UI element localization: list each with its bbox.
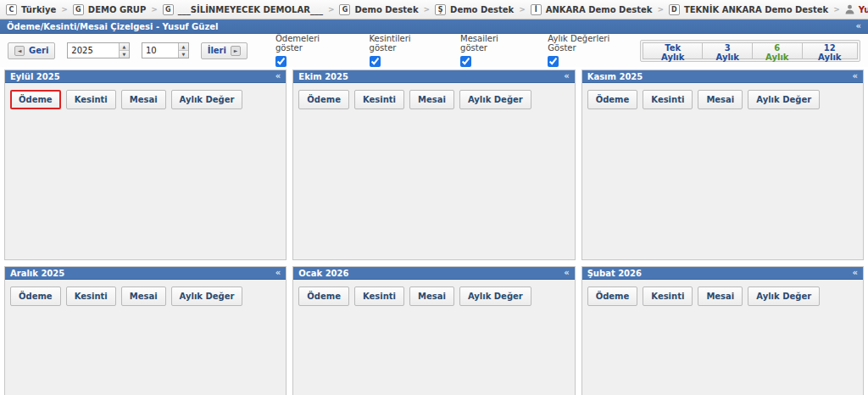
group-badge: G xyxy=(73,4,84,15)
checkbox-group-kesintileri-goster[interactable]: Kesintileri göster xyxy=(370,34,441,67)
month-panel-body: Ödeme Kesinti Mesai Aylık Değer xyxy=(582,280,863,313)
month-panel-header: Eylül 2025 « xyxy=(5,70,286,83)
collapse-icon[interactable]: « xyxy=(564,72,569,81)
department-badge: D xyxy=(669,4,680,15)
mesai-button[interactable]: Mesai xyxy=(409,287,454,306)
month-panel-ocak-2026: Ocak 2026 « Ödeme Kesinti Mesai Aylık De… xyxy=(292,266,575,395)
tek-aylik-button[interactable]: Tek Aylık xyxy=(643,42,703,59)
mesai-button[interactable]: Mesai xyxy=(121,287,166,306)
month-panel-title: Aralık 2025 xyxy=(10,269,64,278)
collapse-icon[interactable]: « xyxy=(853,269,858,277)
aylik-deger-button[interactable]: Aylık Değer xyxy=(459,90,531,109)
month-panel-ekim-2025: Ekim 2025 « Ödeme Kesinti Mesai Aylık De… xyxy=(292,70,575,260)
spin-up-icon[interactable]: ▲ xyxy=(120,43,129,51)
odeme-button[interactable]: Ödeme xyxy=(10,90,61,109)
checkbox-group-mesaileri-goster[interactable]: Mesaileri göster xyxy=(460,34,527,67)
on-iki-aylik-button[interactable]: 12 Aylık xyxy=(802,42,858,59)
breadcrumb-item-user[interactable]: Yusuf Güzel xyxy=(845,4,868,14)
kesinti-button[interactable]: Kesinti xyxy=(643,287,693,306)
month-panel-title: Ocak 2026 xyxy=(298,269,348,278)
month-panel-eylul-2025: Eylül 2025 « Ödeme Kesinti Mesai Aylık D… xyxy=(4,70,287,260)
checkbox-group-odemeleri-goster[interactable]: Ödemeleri göster xyxy=(275,34,349,67)
mesaileri-goster-checkbox[interactable] xyxy=(460,56,471,67)
mesai-button[interactable]: Mesai xyxy=(409,90,454,109)
breadcrumb-item-turkiye[interactable]: C Türkiye xyxy=(6,4,56,15)
month-panel-header: Kasım 2025 « xyxy=(582,70,863,83)
aylik-deger-button[interactable]: Aylık Değer xyxy=(748,90,820,109)
page-title: Ödeme/Kesinti/Mesai Çizelgesi - Yusuf Gü… xyxy=(7,22,218,31)
collapse-icon[interactable]: « xyxy=(853,72,858,81)
breadcrumb-separator: > xyxy=(328,5,335,14)
checkbox-group-aylik-degerleri-goster[interactable]: Aylık Değerleri Göster xyxy=(548,34,640,67)
breadcrumb-separator: > xyxy=(61,5,68,14)
mesai-button[interactable]: Mesai xyxy=(698,90,743,109)
aylik-deger-button[interactable]: Aylık Değer xyxy=(171,287,243,306)
breadcrumb-item-demo-destek-firma[interactable]: G Demo Destek xyxy=(339,4,418,15)
breadcrumb-separator: > xyxy=(657,5,664,14)
month-panel-header: Şubat 2026 « xyxy=(582,267,863,280)
aylik-deger-button[interactable]: Aylık Değer xyxy=(459,287,531,306)
breadcrumb-separator: > xyxy=(151,5,158,14)
mesai-button[interactable]: Mesai xyxy=(121,90,166,109)
month-panel-title: Kasım 2025 xyxy=(587,72,643,81)
month-spinner[interactable]: ▲ ▼ xyxy=(142,42,189,58)
spin-down-icon[interactable]: ▼ xyxy=(120,51,129,58)
month-panel-body: Ödeme Kesinti Mesai Aylık Değer xyxy=(293,280,574,313)
month-panel-subat-2026: Şubat 2026 « Ödeme Kesinti Mesai Aylık D… xyxy=(581,266,864,395)
forward-arrow-icon: ► xyxy=(231,46,241,56)
user-name: Yusuf Güzel xyxy=(859,5,868,14)
kesintileri-goster-checkbox[interactable] xyxy=(370,56,381,67)
mesai-button[interactable]: Mesai xyxy=(698,287,743,306)
year-spinner[interactable]: ▲ ▼ xyxy=(67,42,130,58)
month-panel-header: Aralık 2025 « xyxy=(5,267,286,280)
back-button[interactable]: ◄ Geri xyxy=(8,42,55,59)
kesinti-button[interactable]: Kesinti xyxy=(643,90,693,109)
kesinti-button[interactable]: Kesinti xyxy=(66,287,116,306)
month-panel-aralik-2025: Aralık 2025 « Ödeme Kesinti Mesai Aylık … xyxy=(4,266,287,395)
group-badge: G xyxy=(163,4,174,15)
breadcrumb-item-ankara-demo-destek[interactable]: İ ANKARA Demo Destek xyxy=(531,4,653,15)
breadcrumb-item-demo-destek-sube[interactable]: Ş Demo Destek xyxy=(435,4,514,15)
spin-up-icon[interactable]: ▲ xyxy=(179,43,187,51)
month-panel-body: Ödeme Kesinti Mesai Aylık Değer xyxy=(582,83,863,116)
odeme-button[interactable]: Ödeme xyxy=(587,90,638,109)
month-panel-grid: Eylül 2025 « Ödeme Kesinti Mesai Aylık D… xyxy=(4,70,864,395)
aylik-deger-button[interactable]: Aylık Değer xyxy=(171,90,243,109)
collapse-icon[interactable]: « xyxy=(564,269,569,277)
range-button-group: Tek Aylık 3 Aylık 6 Aylık 12 Aylık xyxy=(640,40,860,62)
country-badge: C xyxy=(6,4,17,15)
odeme-button[interactable]: Ödeme xyxy=(298,90,349,109)
visibility-checkboxes: Ödemeleri göster Kesintileri göster Mesa… xyxy=(275,34,640,67)
year-spin-arrows: ▲ ▼ xyxy=(119,43,129,58)
spin-down-icon[interactable]: ▼ xyxy=(179,51,187,58)
month-panel-kasim-2025: Kasım 2025 « Ödeme Kesinti Mesai Aylık D… xyxy=(581,70,864,260)
odeme-button[interactable]: Ödeme xyxy=(10,287,61,306)
breadcrumb-item-teknik-ankara-demo-destek[interactable]: D TEKNİK ANKARA Demo Destek xyxy=(669,4,828,15)
month-panel-header: Ekim 2025 « xyxy=(293,70,574,83)
month-panel-title: Şubat 2026 xyxy=(587,269,642,278)
aylik-degerleri-goster-checkbox[interactable] xyxy=(548,56,559,67)
uc-aylik-button[interactable]: 3 Aylık xyxy=(702,42,753,59)
forward-button[interactable]: İleri ► xyxy=(201,42,248,59)
collapse-icon[interactable]: « xyxy=(275,269,281,277)
alti-aylik-button[interactable]: 6 Aylık xyxy=(752,42,803,59)
kesinti-button[interactable]: Kesinti xyxy=(354,287,404,306)
breadcrumb-separator: > xyxy=(519,5,526,14)
odeme-button[interactable]: Ödeme xyxy=(298,287,349,306)
aylik-deger-button[interactable]: Aylık Değer xyxy=(748,287,820,306)
breadcrumb-separator: > xyxy=(833,5,840,14)
branch-badge: Ş xyxy=(435,4,446,15)
month-panel-body: Ödeme Kesinti Mesai Aylık Değer xyxy=(5,280,286,313)
page-title-bar: Ödeme/Kesinti/Mesai Çizelgesi - Yusuf Gü… xyxy=(0,19,868,34)
collapse-icon[interactable]: « xyxy=(856,22,861,31)
odeme-button[interactable]: Ödeme xyxy=(587,287,638,306)
kesinti-button[interactable]: Kesinti xyxy=(354,90,404,109)
person-icon xyxy=(845,4,854,14)
kesinti-button[interactable]: Kesinti xyxy=(66,90,116,109)
odemeleri-goster-checkbox[interactable] xyxy=(275,56,287,67)
breadcrumb-item-silinmeyecek-demolar[interactable]: G ___SİLİNMEYECEK DEMOLAR___ xyxy=(163,4,323,15)
breadcrumb-item-demo-grup[interactable]: G DEMO GRUP xyxy=(73,4,146,15)
month-input[interactable] xyxy=(142,43,178,58)
collapse-icon[interactable]: « xyxy=(275,72,281,81)
year-input[interactable] xyxy=(68,43,118,58)
